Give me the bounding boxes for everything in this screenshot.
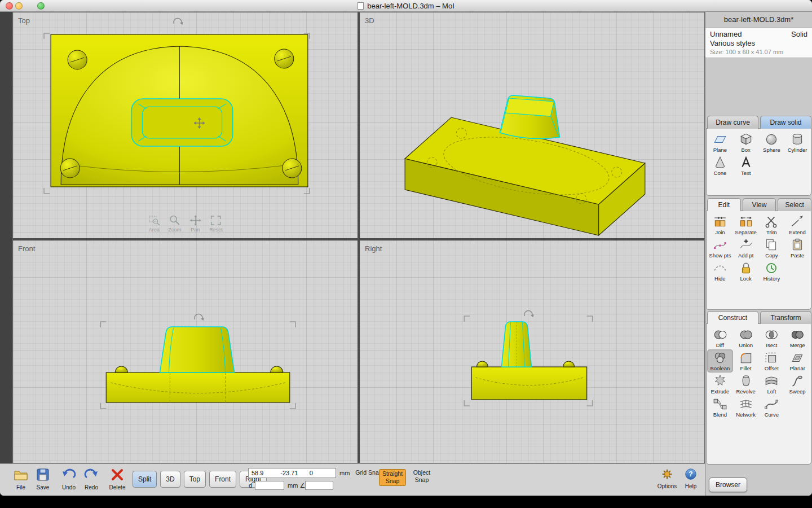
main-area: Top bbox=[0, 12, 705, 496]
close-window-button[interactable] bbox=[6, 2, 13, 10]
window-title-wrap: bear-left-MOLD.3dm – MoI bbox=[358, 2, 454, 10]
tool-offset[interactable]: Offset bbox=[759, 349, 785, 373]
file-button[interactable]: File bbox=[9, 468, 33, 491]
tab-draw-solid[interactable]: Draw solid bbox=[760, 116, 811, 129]
tool-show-pts[interactable]: Show pts bbox=[707, 237, 733, 260]
top-view-scene[interactable] bbox=[13, 12, 358, 238]
tool-union[interactable]: Union bbox=[733, 326, 759, 349]
tab-construct[interactable]: Construct bbox=[707, 311, 758, 324]
rotate-handle-front-icon[interactable] bbox=[195, 314, 204, 321]
selected-boss-3d[interactable] bbox=[500, 95, 559, 139]
delete-label: Delete bbox=[105, 484, 129, 491]
help-button[interactable]: ? Help bbox=[679, 467, 703, 489]
zoom-tool-button[interactable]: Zoom bbox=[168, 214, 181, 233]
tool-trim[interactable]: Trim bbox=[759, 213, 785, 237]
3d-view-button[interactable]: 3D bbox=[160, 471, 180, 488]
selected-boss-top[interactable] bbox=[131, 99, 232, 146]
angle-input[interactable] bbox=[305, 481, 333, 490]
viewport-front[interactable]: Front bbox=[13, 240, 358, 463]
distance-input[interactable] bbox=[255, 481, 284, 490]
tool-revolve[interactable]: Revolve bbox=[733, 373, 759, 396]
viewport-top[interactable]: Top bbox=[13, 12, 358, 238]
coordinate-input[interactable]: 58.9 -23.71 0 bbox=[248, 468, 336, 478]
tool-history[interactable]: History bbox=[759, 260, 785, 283]
object-snap-toggle[interactable]: Object Snap bbox=[408, 469, 435, 484]
straight-snap-toggle[interactable]: Straight Snap bbox=[379, 469, 406, 486]
tool-add-pt[interactable]: Add pt bbox=[733, 237, 759, 260]
browser-button[interactable]: Browser bbox=[709, 478, 747, 492]
tool-network[interactable]: Network bbox=[733, 396, 759, 419]
options-button[interactable]: Options bbox=[655, 467, 679, 489]
object-style[interactable]: Various styles bbox=[710, 39, 807, 47]
tool-loft[interactable]: Loft bbox=[759, 373, 785, 396]
tool-extrude[interactable]: Extrude bbox=[707, 373, 733, 396]
coord-x-value[interactable]: 58.9 bbox=[249, 470, 277, 476]
mold-block-front[interactable] bbox=[106, 373, 290, 402]
tab-edit[interactable]: Edit bbox=[707, 198, 741, 211]
tool-sweep[interactable]: Sweep bbox=[784, 373, 810, 396]
pan-icon bbox=[189, 214, 201, 226]
area-tool-button[interactable]: Area bbox=[148, 214, 160, 233]
pan-tool-button[interactable]: Pan bbox=[189, 214, 201, 233]
object-type[interactable]: Solid bbox=[791, 30, 807, 38]
tool-hide[interactable]: Hide bbox=[707, 260, 733, 283]
minimize-window-button[interactable] bbox=[15, 2, 23, 10]
tool-separate[interactable]: Separate bbox=[733, 213, 759, 237]
save-button[interactable]: Save bbox=[31, 468, 55, 491]
tool-extend[interactable]: Extend bbox=[784, 213, 810, 237]
rotate-handle-right-icon[interactable] bbox=[524, 310, 534, 317]
tool-fillet[interactable]: Fillet bbox=[733, 349, 759, 373]
tab-view[interactable]: View bbox=[743, 198, 776, 211]
lock-icon bbox=[739, 261, 753, 275]
selected-boss-front[interactable] bbox=[160, 327, 234, 373]
front-view-button[interactable]: Front bbox=[209, 471, 236, 488]
tab-select[interactable]: Select bbox=[778, 198, 811, 211]
tool-cone[interactable]: Cone bbox=[707, 154, 733, 177]
zoom-window-button[interactable] bbox=[37, 2, 45, 10]
tool-boolean[interactable]: Boolean bbox=[707, 349, 733, 373]
tool-paste[interactable]: Paste bbox=[784, 237, 810, 260]
tool-join[interactable]: Join bbox=[707, 213, 733, 237]
tool-sphere[interactable]: Sphere bbox=[759, 131, 785, 154]
redo-button[interactable]: Redo bbox=[80, 468, 103, 491]
tool-isect[interactable]: Isect bbox=[759, 326, 785, 349]
grid-snap-toggle[interactable]: Grid Snap bbox=[355, 469, 382, 476]
viewport-right[interactable]: Right bbox=[360, 240, 704, 463]
tool-copy[interactable]: Copy bbox=[759, 237, 785, 260]
tool-curve[interactable]: Curve bbox=[759, 396, 785, 419]
coord-z-value[interactable]: 0 bbox=[307, 470, 336, 476]
tab-transform[interactable]: Transform bbox=[760, 311, 811, 324]
split-view-button[interactable]: Split bbox=[133, 471, 157, 488]
right-view-scene[interactable] bbox=[360, 240, 704, 463]
delete-button[interactable]: Delete bbox=[105, 468, 129, 491]
zoom-icon bbox=[169, 214, 181, 226]
mold-block-right[interactable] bbox=[471, 367, 586, 400]
properties-panel[interactable]: Unnamed Solid Various styles Size: 100 x… bbox=[705, 28, 812, 58]
tool-box[interactable]: Box bbox=[733, 131, 759, 154]
coord-y-value[interactable]: -23.71 bbox=[277, 470, 306, 476]
viewport-3d[interactable]: 3D bbox=[360, 12, 704, 238]
tool-planar[interactable]: Planar bbox=[784, 349, 810, 373]
tool-merge[interactable]: Merge bbox=[784, 326, 810, 349]
undo-button[interactable]: Undo bbox=[57, 468, 81, 491]
edit-tab-bar: Edit View Select bbox=[707, 198, 811, 211]
undo-icon bbox=[61, 468, 76, 481]
tab-draw-curve[interactable]: Draw curve bbox=[707, 116, 758, 129]
tool-blend[interactable]: Blend bbox=[707, 396, 733, 419]
rotate-handle-icon[interactable] bbox=[174, 18, 183, 25]
tool-lock[interactable]: Lock bbox=[733, 260, 759, 283]
pan-label: Pan bbox=[191, 227, 200, 233]
front-view-scene[interactable] bbox=[13, 240, 358, 463]
selected-boss-right[interactable] bbox=[501, 322, 531, 367]
object-name[interactable]: Unnamed bbox=[710, 30, 742, 38]
text-a-icon bbox=[739, 156, 753, 169]
threed-view-scene[interactable] bbox=[360, 12, 704, 238]
tool-text[interactable]: Text bbox=[733, 154, 759, 177]
viewport-top-label: Top bbox=[18, 16, 30, 25]
window-title: bear-left-MOLD.3dm – MoI bbox=[367, 2, 454, 10]
reset-tool-button[interactable]: Reset bbox=[209, 214, 223, 233]
tool-cylinder[interactable]: Cylinder bbox=[784, 131, 810, 154]
tool-plane[interactable]: Plane bbox=[707, 131, 733, 154]
tool-diff[interactable]: Diff bbox=[707, 326, 733, 349]
top-view-button[interactable]: Top bbox=[184, 471, 206, 488]
